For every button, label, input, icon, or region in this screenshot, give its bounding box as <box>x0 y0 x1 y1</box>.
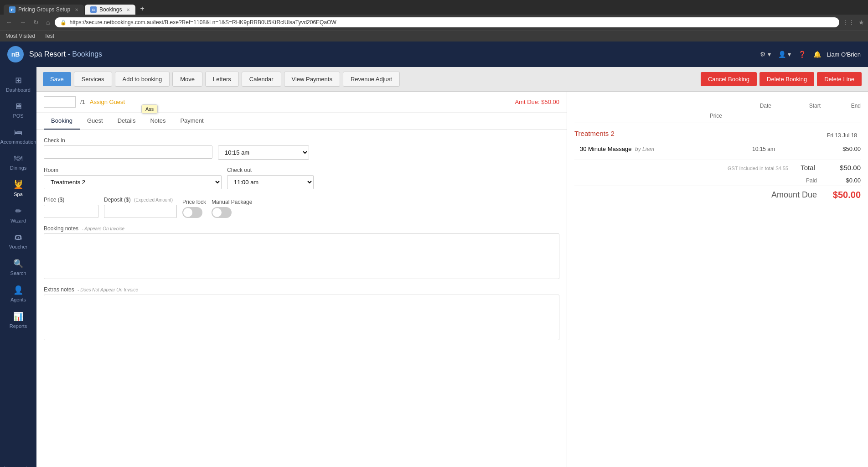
sidebar-item-dashboard[interactable]: ⊞ Dashboard <box>0 71 36 97</box>
booking-area: 1108 /1 Assign Guest Amt Due: $50.00 Ass… <box>36 92 868 467</box>
sidebar-item-agents[interactable]: 👤 Agents <box>0 280 36 307</box>
checkin-group: Check in Friday, 13 Jul, 2018 <box>44 137 212 159</box>
sidebar-item-accommodation[interactable]: 🛏 Accommodation <box>0 123 36 149</box>
cancel-booking-button[interactable]: Cancel Booking <box>701 72 757 86</box>
reports-icon: 📊 <box>13 311 23 322</box>
bookmark-test[interactable]: Test <box>42 32 56 40</box>
sidebar-item-dinings[interactable]: 🍽 Dinings <box>0 149 36 175</box>
summary-col-start: Start <box>775 103 821 109</box>
checkin-date-input[interactable]: Friday, 13 Jul, 2018 <box>44 145 212 159</box>
checkin-time-select[interactable]: 10:15 am <box>218 145 309 160</box>
tab-bookings-label: Bookings <box>99 6 122 13</box>
address-text: https://secure.netbookings.com.au/test/B… <box>69 19 834 26</box>
delete-line-button[interactable]: Delete Line <box>817 72 862 86</box>
view-payments-button[interactable]: View Payments <box>284 72 340 87</box>
sidebar-item-pos[interactable]: 🖥 POS <box>0 97 36 123</box>
checkout-time-select[interactable]: 11:00 am <box>227 175 314 189</box>
tab-bookings-close[interactable]: ✕ <box>126 7 130 12</box>
add-to-booking-button[interactable]: Add to booking <box>115 72 170 87</box>
checkout-group: Check out 11:00 am <box>227 167 314 189</box>
tab-pricing-close[interactable]: ✕ <box>75 7 78 12</box>
price-lock-label: Price lock <box>182 199 206 205</box>
tab-booking[interactable]: Booking <box>44 113 80 130</box>
summary-col-end: End <box>824 103 861 109</box>
checkin-row: Check in Friday, 13 Jul, 2018 10:15 am <box>44 137 559 160</box>
user-icon[interactable]: 👤 ▾ <box>778 51 791 58</box>
checkin-time-group: 10:15 am <box>218 137 309 160</box>
address-bar[interactable]: 🔒 https://secure.netbookings.com.au/test… <box>55 17 839 27</box>
forward-button[interactable]: → <box>17 18 28 27</box>
save-button[interactable]: Save <box>43 72 71 86</box>
tab-details[interactable]: Details <box>110 113 143 130</box>
main-content: Save Services Add to booking Move Letter… <box>36 67 868 467</box>
paid-value: $0.00 <box>824 177 861 184</box>
room-label: Room <box>44 167 222 173</box>
letters-button[interactable]: Letters <box>205 72 239 87</box>
calendar-button[interactable]: Calendar <box>242 72 281 87</box>
booking-ref-input[interactable]: 1108 <box>44 96 76 108</box>
accommodation-icon: 🛏 <box>14 128 22 137</box>
new-tab-button[interactable]: + <box>136 3 148 15</box>
sidebar-label-search: Search <box>10 270 26 276</box>
sidebar-label-reports: Reports <box>10 323 27 329</box>
app-container: ⊞ Dashboard 🖥 POS 🛏 Accommodation 🍽 Dini… <box>0 67 868 467</box>
checkout-label: Check out <box>227 167 314 173</box>
settings-icon[interactable]: ⚙ ▾ <box>760 51 771 58</box>
extensions-icon[interactable]: ⋮⋮ <box>842 19 855 26</box>
new-session-link[interactable]: New session <box>0 462 36 467</box>
deposit-input[interactable]: 0 <box>104 205 177 218</box>
help-icon[interactable]: ❓ <box>798 51 806 58</box>
price-input[interactable]: 0 <box>44 205 98 218</box>
bookmark-most-visited[interactable]: Most Visited <box>4 32 37 40</box>
paid-row: Paid $0.00 <box>574 175 861 186</box>
summary-col-empty <box>574 103 722 109</box>
treatment-date: Fri 13 Jul 18 <box>827 132 861 139</box>
booking-notes-group: Booking notes - Appears On Invoice <box>44 225 559 279</box>
tab-bookings[interactable]: B Bookings ✕ <box>85 5 135 15</box>
room-select[interactable]: Treatments 2 <box>44 175 222 189</box>
sidebar-item-reports[interactable]: 📊 Reports <box>0 307 36 333</box>
deposit-group: Deposit ($) (Expected Amount) 0 <box>104 197 177 218</box>
booking-notes-textarea[interactable] <box>44 234 559 279</box>
bookmark-icon[interactable]: ★ <box>858 19 864 26</box>
tab-payment[interactable]: Payment <box>173 113 211 130</box>
manual-package-toggle[interactable] <box>212 207 232 218</box>
sidebar-item-spa[interactable]: 💆 Spa <box>0 175 36 202</box>
agents-icon: 👤 <box>13 285 23 295</box>
back-button[interactable]: ← <box>4 18 15 27</box>
sidebar-item-voucher[interactable]: 🎟 Voucher <box>0 228 36 254</box>
booking-right-panel: Date Start End Price Treatments 2 Fri 13… <box>567 92 868 467</box>
home-button[interactable]: ⌂ <box>44 18 52 27</box>
form-content: Check in Friday, 13 Jul, 2018 10:15 am <box>36 130 567 348</box>
booking-notes-label: Booking notes - Appears On Invoice <box>44 225 559 232</box>
sidebar-item-wizard[interactable]: ✏ Wizard <box>0 202 36 228</box>
revenue-adjust-button[interactable]: Revenue Adjust <box>343 72 400 87</box>
tab-notes[interactable]: Notes <box>143 113 173 130</box>
pricing-favicon: P <box>9 6 16 13</box>
treatment-item-name: 30 Minute Massage by Liam <box>574 145 718 152</box>
room-checkout-row: Room Treatments 2 Check out 11:00 am <box>44 167 559 189</box>
booking-ref-slash: /1 <box>80 99 85 105</box>
summary-col-date: Date <box>726 103 771 109</box>
notifications-icon[interactable]: 🔔 <box>813 51 821 58</box>
user-name[interactable]: Liam O'Brien <box>827 51 861 58</box>
paid-label: Paid <box>806 177 817 184</box>
sidebar-item-search[interactable]: 🔍 Search <box>0 254 36 280</box>
app-logo[interactable]: nB <box>7 46 24 62</box>
manual-package-knob <box>212 208 222 217</box>
move-button[interactable]: Move <box>172 72 202 87</box>
booking-tabs: Booking Guest Details Notes Payment <box>36 113 567 130</box>
tab-guest[interactable]: Guest <box>80 113 110 130</box>
treatment-item-row: 30 Minute Massage by Liam 10:15 am $50.0… <box>574 144 861 154</box>
assign-guest-link[interactable]: Assign Guest <box>90 99 125 105</box>
tooltip-bubble: Ass <box>141 104 158 114</box>
nav-extras: ⋮⋮ ★ <box>842 19 864 26</box>
services-button[interactable]: Services <box>74 72 112 87</box>
reload-button[interactable]: ↻ <box>31 18 41 27</box>
price-lock-toggle[interactable] <box>182 207 202 218</box>
wizard-icon: ✏ <box>15 206 22 216</box>
extras-notes-textarea[interactable] <box>44 295 559 340</box>
tab-pricing[interactable]: P Pricing Groups Setup ✕ <box>4 5 84 15</box>
sidebar-bottom: New session Swap Business <box>0 462 36 467</box>
delete-booking-button[interactable]: Delete Booking <box>760 72 814 86</box>
